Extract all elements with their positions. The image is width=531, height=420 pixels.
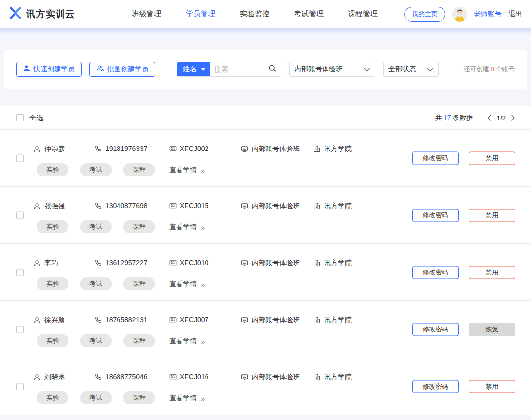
nav-item-exam-management[interactable]: 考试管理 [294,9,324,19]
row-checkbox[interactable] [16,154,24,162]
tag-pill[interactable]: 课程 [123,163,155,176]
my-home-button[interactable]: 我的主页 [404,7,445,22]
row-actions: 修改密码 禁用 [412,380,515,393]
change-password-button[interactable]: 修改密码 [412,323,459,336]
student-school-cell: 讯方学院 [314,373,352,382]
row-checkbox[interactable] [16,269,24,276]
user-icon [33,317,41,324]
list-tail [0,415,531,419]
account-name[interactable]: 老师账号 [474,10,502,19]
student-list-section: 全选 共17条数据 1/2 [0,106,531,419]
tag-pill[interactable]: 考试 [80,277,112,290]
student-row: 张强强 13040877698 XFCJ015 [0,187,531,244]
batch-create-student-button[interactable]: 批量创建学员 [89,62,155,77]
search-button[interactable] [268,64,281,74]
row-checkbox[interactable] [16,383,24,390]
student-phone-cell: 18688775046 [95,373,148,381]
search-input[interactable] [210,62,268,76]
nav-item-course-management[interactable]: 课程管理 [348,9,378,19]
change-password-button[interactable]: 修改密码 [412,151,459,165]
student-name: 徐兴顺 [44,316,65,325]
list-header-right: 共17条数据 1/2 [435,114,515,122]
tag-pill[interactable]: 实验 [37,220,68,233]
tag-pill[interactable]: 实验 [37,334,68,347]
tag-pill[interactable]: 实验 [37,277,68,290]
batch-create-label: 批量创建学员 [107,65,148,74]
building-icon [314,146,321,152]
app-logo: 讯方实训云 [9,6,75,22]
nav-item-student-management[interactable]: 学员管理 [186,9,215,19]
tag-list: 实验考试课程 [37,163,167,176]
toolbar: 快速创建学员 批量创建学员 姓名 内部账 [4,50,527,89]
double-chevron-right-icon: » [201,394,205,403]
avatar[interactable] [452,7,467,22]
view-progress-link[interactable]: 查看学情 » [169,337,205,346]
tag-pill[interactable]: 实验 [37,163,68,176]
tag-pill[interactable]: 课程 [123,277,155,290]
student-name-cell: 李巧 [33,259,58,268]
chevron-left-icon[interactable] [487,115,492,121]
double-chevron-right-icon: » [201,166,205,175]
tag-pill[interactable]: 课程 [123,334,155,347]
tag-pill[interactable]: 考试 [80,163,112,176]
tag-pill[interactable]: 考试 [80,391,112,404]
monitor-icon [241,260,248,267]
tag-pill[interactable]: 课程 [123,220,155,233]
search-field-select[interactable]: 姓名 [177,62,210,77]
logout-link[interactable]: 退出 [508,10,522,19]
student-code: XFCJ010 [180,259,208,267]
student-code: XFCJ016 [180,373,208,381]
view-progress-link[interactable]: 查看学情 » [169,280,205,289]
row-checkbox[interactable] [16,211,24,219]
student-school-cell: 讯方学院 [314,259,352,268]
student-code: XFCJ002 [180,145,208,152]
disable-button[interactable]: 禁用 [469,209,515,222]
student-row: 刘晓琳 18688775046 XFCJ016 [0,358,531,415]
nav-item-class-management[interactable]: 班级管理 [132,9,161,19]
tag-pill[interactable]: 课程 [123,391,155,404]
student-phone-cell: 13040877698 [95,202,148,210]
student-name: 仲崇彦 [44,145,65,153]
select-all-checkbox[interactable] [16,114,24,121]
building-icon [314,203,321,210]
nav-item-experiment-monitor[interactable]: 实验监控 [240,9,269,19]
student-name-cell: 刘晓琳 [33,373,65,382]
student-code-cell: XFCJ016 [169,373,208,381]
student-phone: 18765882131 [105,316,148,324]
quick-create-student-button[interactable]: 快速创建学员 [16,62,82,77]
search-group: 姓名 [177,62,281,77]
class-filter-select[interactable]: 内部账号体验班 [289,62,375,77]
status-filter-select[interactable]: 全部状态 [383,62,439,77]
tag-pill[interactable]: 考试 [80,334,112,347]
tag-list: 实验考试课程 [37,334,167,347]
phone-icon [95,145,102,152]
view-progress-link[interactable]: 查看学情 » [169,223,205,232]
disable-button[interactable]: 禁用 [469,266,515,279]
student-code-cell: XFCJ010 [169,259,208,267]
student-name-cell: 仲崇彦 [33,145,65,153]
disable-button[interactable]: 禁用 [469,380,515,393]
phone-icon [95,202,102,209]
chevron-right-icon[interactable] [511,115,515,121]
row-actions: 修改密码 禁用 [412,151,515,165]
student-class: 内部账号体验班 [252,316,300,325]
chevron-down-icon [427,65,433,73]
view-progress-link[interactable]: 查看学情 » [169,394,205,403]
view-progress-link[interactable]: 查看学情 » [169,166,205,175]
total-suffix: 条数据 [453,114,473,121]
student-school-cell: 讯方学院 [314,316,352,325]
student-name-cell: 张强强 [33,202,65,210]
pagination: 1/2 [487,114,515,122]
change-password-button[interactable]: 修改密码 [412,266,459,279]
phone-icon [95,316,102,323]
tag-pill[interactable]: 考试 [80,220,112,233]
restore-button[interactable]: 恢复 [469,323,515,336]
row-checkbox[interactable] [16,326,24,333]
change-password-button[interactable]: 修改密码 [412,380,459,393]
student-code-cell: XFCJ007 [169,316,208,324]
id-card-icon [169,316,177,323]
student-class: 内部账号体验班 [252,145,300,153]
change-password-button[interactable]: 修改密码 [412,209,459,222]
tag-pill[interactable]: 实验 [37,391,68,404]
disable-button[interactable]: 禁用 [469,151,515,165]
